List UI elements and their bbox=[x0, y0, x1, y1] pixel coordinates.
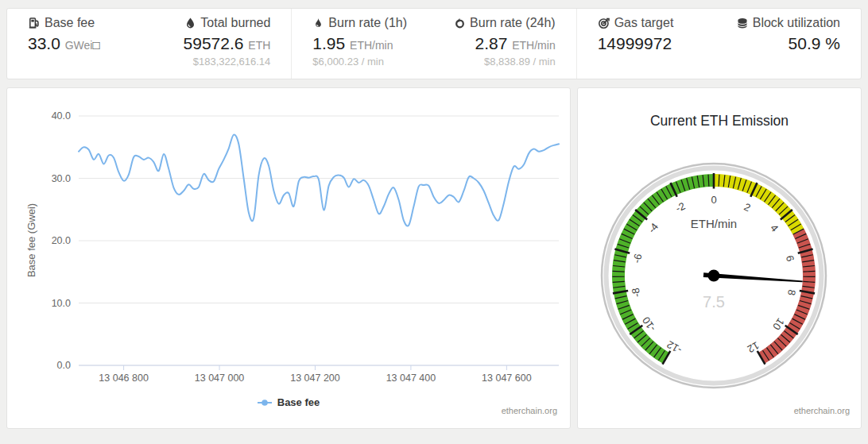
block-utilization-label: Block utilization bbox=[753, 16, 840, 29]
base-fee-label-row: Base fee bbox=[28, 16, 149, 33]
stat-gas-target: Gas target 14999972 bbox=[598, 16, 719, 79]
burn-icon bbox=[454, 17, 466, 33]
gauge-minor-tick bbox=[708, 175, 709, 187]
block-utilization-value: 50.9 % bbox=[789, 34, 840, 52]
burn-rate-1h-label: Burn rate (1h) bbox=[328, 16, 407, 29]
y-tick-label: 10.0 bbox=[52, 298, 71, 309]
burn-rate-1h-usd: $6,000.23 / min bbox=[312, 56, 434, 68]
burn-rate-24h-unit: ETH/min bbox=[512, 39, 555, 52]
stat-group-fees: Base fee 33.0 GWei□ Total burned 59572.6… bbox=[7, 9, 291, 79]
base-fee-chart: 0.010.020.030.040.013 046 80013 047 0001… bbox=[7, 88, 570, 428]
base-fee-value: 33.0 bbox=[28, 34, 60, 52]
gauge-value: 7.5 bbox=[703, 293, 725, 311]
gauge-minor-tick bbox=[613, 271, 625, 272]
base-fee-value-row: 33.0 GWei□ bbox=[28, 34, 149, 53]
x-tick-label: 13 047 200 bbox=[290, 373, 340, 384]
stat-burn-rate-1h: Burn rate (1h) 1.95 ETH/min $6,000.23 / … bbox=[312, 16, 434, 79]
base-fee-unit: GWei bbox=[65, 39, 93, 52]
burn-rate-24h-label: Burn rate (24h) bbox=[470, 16, 556, 29]
y-tick-label: 30.0 bbox=[52, 173, 71, 184]
burn-rate-1h-value-row: 1.95 ETH/min bbox=[312, 34, 434, 53]
total-burned-value-row: 59572.6 ETH bbox=[149, 34, 271, 53]
stat-block-utilization: Block utilization 50.9 % bbox=[719, 16, 840, 79]
content-row: Base fee (Gwei) 0.010.020.030.040.013 04… bbox=[6, 87, 862, 429]
burn-rate-24h-usd: $8,838.89 / min bbox=[434, 56, 556, 68]
total-burned-value: 59572.6 bbox=[184, 34, 244, 52]
base-fee-line bbox=[79, 134, 559, 226]
fuel-pump-icon bbox=[28, 17, 41, 33]
gas-target-label-row: Gas target bbox=[598, 16, 719, 33]
y-tick-label: 0.0 bbox=[57, 360, 71, 371]
gauge-tick-label: 0 bbox=[711, 194, 716, 206]
legend-label: Base fee bbox=[277, 396, 320, 408]
droplet-icon bbox=[184, 17, 196, 33]
total-burned-usd: $183,322,616.14 bbox=[149, 56, 271, 68]
stat-total-burned: Total burned 59572.6 ETH $183,322,616.14 bbox=[149, 16, 271, 79]
gauge-unit-label: ETH/min bbox=[691, 217, 737, 230]
database-icon bbox=[736, 17, 749, 33]
block-utilization-label-row: Block utilization bbox=[719, 16, 840, 33]
flame-icon bbox=[312, 17, 324, 33]
x-tick-label: 13 046 800 bbox=[99, 373, 149, 384]
stat-burn-rate-24h: Burn rate (24h) 2.87 ETH/min $8,838.89 /… bbox=[434, 16, 556, 79]
total-burned-unit: ETH bbox=[248, 39, 270, 52]
total-burned-label-row: Total burned bbox=[149, 16, 271, 33]
burn-rate-1h-label-row: Burn rate (1h) bbox=[312, 16, 434, 33]
gauge-card-credit: etherchain.org bbox=[794, 406, 850, 415]
legend-marker-icon bbox=[258, 399, 272, 407]
block-utilization-value-row: 50.9 % bbox=[719, 34, 840, 53]
burn-rate-24h-label-row: Burn rate (24h) bbox=[434, 16, 556, 33]
gauge-pivot bbox=[708, 270, 720, 282]
eth-emission-gauge: -12-10-8-6-4-2024681012ETH/min7.5 bbox=[578, 88, 861, 428]
chart-card-credit: etherchain.org bbox=[502, 406, 557, 415]
y-tick-label: 40.0 bbox=[52, 110, 71, 122]
legend-item-base-fee[interactable]: Base fee bbox=[7, 396, 570, 408]
x-tick-label: 13 047 400 bbox=[386, 373, 436, 384]
gauge-minor-tick bbox=[719, 175, 719, 187]
total-burned-label: Total burned bbox=[200, 16, 270, 29]
gauge-minor-tick bbox=[803, 271, 815, 272]
x-tick-label: 13 047 600 bbox=[482, 373, 532, 384]
gas-target-value: 14999972 bbox=[598, 34, 672, 52]
gas-target-label: Gas target bbox=[614, 16, 674, 29]
target-icon bbox=[598, 17, 610, 33]
base-fee-chart-card: Base fee (Gwei) 0.010.020.030.040.013 04… bbox=[6, 87, 571, 429]
stat-group-burn-rates: Burn rate (1h) 1.95 ETH/min $6,000.23 / … bbox=[291, 9, 575, 79]
burn-rate-1h-unit: ETH/min bbox=[350, 39, 393, 52]
missing-glyph-box: □ bbox=[92, 38, 99, 52]
stat-group-block: Gas target 14999972 Block utilization 50… bbox=[576, 9, 861, 79]
x-tick-label: 13 047 000 bbox=[195, 373, 245, 384]
burn-rate-1h-value: 1.95 bbox=[312, 34, 345, 52]
burn-rate-24h-value: 2.87 bbox=[475, 34, 508, 52]
stats-bar: Base fee 33.0 GWei□ Total burned 59572.6… bbox=[6, 8, 862, 79]
base-fee-label: Base fee bbox=[45, 16, 95, 29]
y-tick-label: 20.0 bbox=[52, 235, 71, 246]
burn-rate-24h-value-row: 2.87 ETH/min bbox=[434, 34, 556, 53]
gas-target-value-row: 14999972 bbox=[598, 34, 719, 53]
eth-emission-gauge-card: Current ETH Emission -12-10-8-6-4-202468… bbox=[577, 87, 862, 429]
stat-base-fee: Base fee 33.0 GWei□ bbox=[28, 16, 149, 79]
